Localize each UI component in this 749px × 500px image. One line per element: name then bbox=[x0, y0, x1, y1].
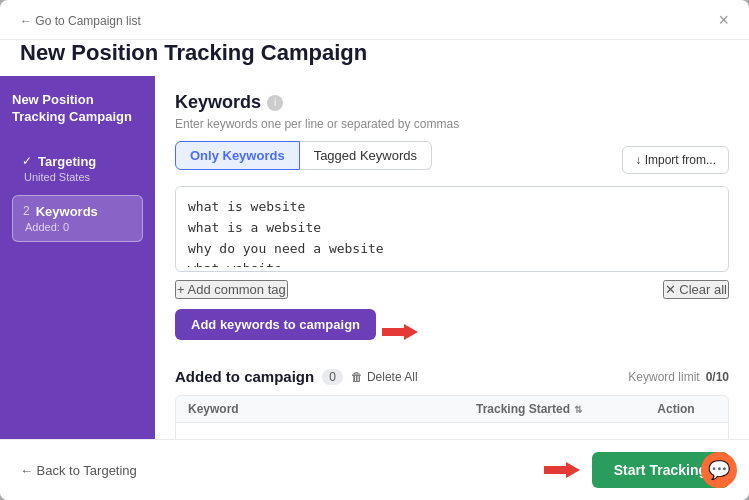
back-to-targeting-button[interactable]: ← Back to Targeting bbox=[20, 463, 137, 478]
add-common-tag-button[interactable]: + Add common tag bbox=[175, 280, 288, 299]
svg-marker-11 bbox=[544, 462, 580, 478]
tab-only-keywords[interactable]: Only Keywords bbox=[175, 141, 300, 170]
col-action: Action bbox=[636, 402, 716, 416]
keywords-table-header: Keyword Tracking Started ⇅ Action bbox=[175, 395, 729, 423]
targeting-label: Targeting bbox=[38, 154, 96, 169]
sidebar: New Position Tracking Campaign ✓ Targeti… bbox=[0, 76, 155, 439]
go-to-campaign-link[interactable]: ← Go to Campaign list bbox=[20, 14, 141, 28]
keywords-info-icon[interactable]: i bbox=[267, 95, 283, 111]
keywords-label: Keywords bbox=[36, 204, 98, 219]
col-keyword: Keyword bbox=[188, 402, 476, 416]
keyword-limit-label: Keyword limit bbox=[628, 370, 699, 384]
svg-marker-0 bbox=[382, 324, 418, 340]
keywords-number: 2 bbox=[23, 204, 30, 218]
keywords-textarea[interactable]: what is website what is a website why do… bbox=[176, 187, 728, 267]
add-keywords-button[interactable]: Add keywords to campaign bbox=[175, 309, 376, 340]
import-button[interactable]: ↓ Import from... bbox=[622, 146, 729, 174]
sidebar-item-targeting[interactable]: ✓ Targeting United States bbox=[12, 146, 143, 191]
keywords-section-title: Keywords bbox=[175, 92, 261, 113]
keyword-limit: Keyword limit 0/10 bbox=[628, 370, 729, 384]
targeting-check-icon: ✓ bbox=[22, 154, 32, 168]
main-content: Keywords i Enter keywords one per line o… bbox=[155, 76, 749, 439]
added-count-badge: 0 bbox=[322, 369, 343, 385]
col-tracking: Tracking Started ⇅ bbox=[476, 402, 636, 416]
keywords-textarea-wrapper: what is website what is a website why do… bbox=[175, 186, 729, 272]
sidebar-item-keywords[interactable]: 2 Keywords Added: 0 bbox=[12, 195, 143, 242]
chat-icon: 💬 bbox=[708, 459, 730, 481]
sort-icon: ⇅ bbox=[574, 404, 582, 415]
keywords-subtitle: Enter keywords one per line or separated… bbox=[175, 117, 729, 131]
trash-icon: 🗑 bbox=[351, 370, 363, 384]
modal-footer: ← Back to Targeting Start Tracking bbox=[0, 439, 749, 500]
sidebar-title: New Position Tracking Campaign bbox=[12, 92, 143, 126]
delete-all-label: Delete All bbox=[367, 370, 418, 384]
add-keywords-red-arrow bbox=[382, 322, 418, 342]
start-tracking-red-arrow bbox=[544, 460, 580, 480]
tab-tagged-keywords[interactable]: Tagged Keywords bbox=[300, 141, 432, 170]
keywords-sublabel: Added: 0 bbox=[23, 221, 132, 233]
keyword-limit-value: 0/10 bbox=[706, 370, 729, 384]
modal-title: New Position Tracking Campaign bbox=[20, 40, 367, 66]
empty-state: No keywords added yet i bbox=[354, 423, 550, 439]
keywords-table-body: No keywords added yet i bbox=[175, 423, 729, 439]
keyword-tabs: Only Keywords Tagged Keywords bbox=[175, 141, 432, 170]
targeting-sublabel: United States bbox=[22, 171, 133, 183]
clear-all-button[interactable]: ✕ Clear all bbox=[663, 280, 729, 299]
chat-support-button[interactable]: 💬 bbox=[701, 452, 737, 488]
added-section-title: Added to campaign bbox=[175, 368, 314, 385]
delete-all-button[interactable]: 🗑 Delete All bbox=[351, 370, 418, 384]
close-button[interactable]: × bbox=[718, 10, 729, 31]
